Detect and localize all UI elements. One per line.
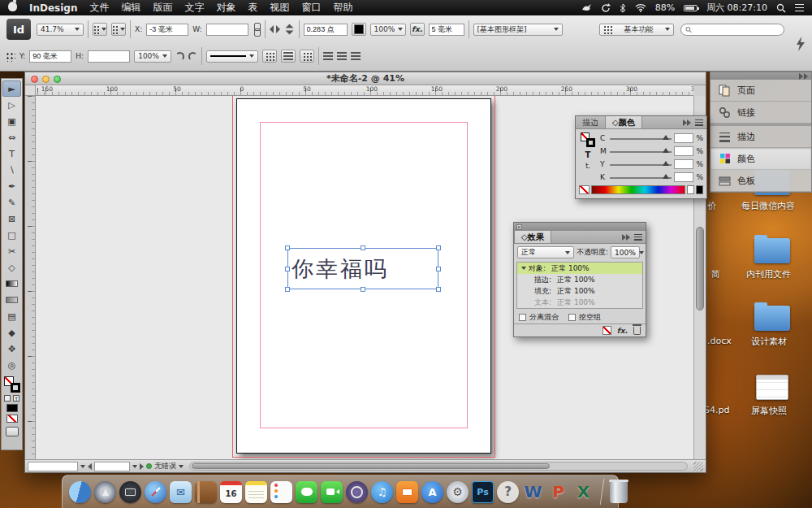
- panel-menu-icon[interactable]: [634, 234, 642, 241]
- menu-layout[interactable]: 版面: [153, 1, 173, 15]
- selection-tool[interactable]: ►: [2, 80, 21, 97]
- dock-item-color[interactable]: 颜色: [710, 148, 811, 170]
- close-button[interactable]: [31, 76, 38, 83]
- bluetooth-icon[interactable]: [620, 3, 626, 13]
- target-row-text[interactable]: 文本: 正常 100%: [517, 297, 642, 308]
- tab-color[interactable]: ◇颜色: [605, 116, 642, 128]
- frame-handle[interactable]: [285, 287, 290, 292]
- channel-value-input[interactable]: [674, 172, 693, 182]
- stroke-swatch-icon[interactable]: [11, 383, 20, 393]
- flip-horizontal-button[interactable]: [270, 25, 280, 33]
- fill-stroke-proxy[interactable]: [4, 376, 20, 393]
- notes-icon[interactable]: [245, 481, 267, 503]
- window-titlebar[interactable]: *未命名-2 @ 41%: [25, 72, 706, 85]
- frame-handle[interactable]: [436, 287, 441, 292]
- vertical-ruler[interactable]: [25, 96, 36, 459]
- system-preferences-icon[interactable]: ⚙: [447, 481, 469, 503]
- eyedropper-tool[interactable]: ◆: [2, 324, 21, 341]
- channel-value-input[interactable]: [674, 133, 693, 143]
- ruler-origin-box[interactable]: [25, 85, 36, 96]
- desktop-item-label[interactable]: S4.pd: [704, 405, 729, 415]
- photo-booth-icon[interactable]: [346, 481, 368, 503]
- close-icon[interactable]: [516, 224, 522, 230]
- scissors-tool[interactable]: ✂: [2, 243, 21, 259]
- stroke-color-button[interactable]: [352, 23, 366, 36]
- channel-slider[interactable]: [610, 160, 672, 168]
- white-swatch[interactable]: [687, 185, 694, 194]
- menu-window[interactable]: 窗口: [302, 1, 322, 15]
- wifi-icon[interactable]: [635, 3, 646, 12]
- page-number-input[interactable]: [94, 462, 130, 471]
- app-menu-name[interactable]: InDesign: [29, 2, 78, 14]
- apple-menu-icon[interactable]: [8, 2, 17, 14]
- effects-button[interactable]: fx.: [410, 23, 425, 36]
- corner-radius-input[interactable]: [429, 24, 464, 36]
- fill-stroke-proxy[interactable]: [581, 132, 595, 147]
- desktop-item-label[interactable]: 价: [707, 200, 716, 212]
- tab-stroke[interactable]: 描边: [576, 116, 605, 128]
- h-input[interactable]: [88, 50, 130, 63]
- collapse-panel-icon[interactable]: [622, 234, 630, 241]
- reference-point-proxy[interactable]: [5, 51, 15, 62]
- fx-icon[interactable]: fx.: [617, 327, 628, 335]
- search-input[interactable]: [694, 25, 780, 33]
- type-tool[interactable]: T: [2, 145, 21, 162]
- effects-panel-drag-bar[interactable]: [514, 223, 646, 231]
- dropdown-arrow-icon[interactable]: [179, 465, 184, 468]
- expander-icon[interactable]: [521, 267, 526, 270]
- folder-label[interactable]: 每日微信内容: [741, 200, 795, 212]
- zoom-dropdown[interactable]: 41.7%: [37, 24, 84, 36]
- clear-effects-icon[interactable]: [603, 326, 611, 335]
- x-input[interactable]: [146, 24, 188, 36]
- drop-shadow-button[interactable]: [262, 50, 277, 63]
- menu-type[interactable]: 文字: [185, 1, 205, 15]
- bird-icon[interactable]: [581, 3, 592, 12]
- pencil-tool[interactable]: ✎: [2, 194, 21, 211]
- app-store-icon[interactable]: A: [421, 481, 443, 503]
- gradient-swatch-tool[interactable]: [2, 276, 21, 292]
- trash-icon[interactable]: [610, 481, 628, 503]
- channel-slider[interactable]: [610, 173, 672, 181]
- note-tool[interactable]: ▤: [2, 308, 21, 324]
- itunes-icon[interactable]: ♫: [371, 481, 393, 503]
- workspace-switcher[interactable]: 基本功能: [599, 24, 674, 36]
- trash-icon[interactable]: [633, 327, 641, 335]
- stroke-weight-input[interactable]: [304, 24, 348, 36]
- none-swatch[interactable]: [579, 185, 590, 194]
- frame-handle[interactable]: [361, 245, 365, 250]
- menu-help[interactable]: 帮助: [334, 1, 353, 15]
- desktop-item-label[interactable]: 简: [711, 268, 720, 280]
- notification-center-icon[interactable]: [795, 4, 804, 11]
- ibooks-icon[interactable]: [396, 481, 418, 503]
- mail-icon[interactable]: ✉: [170, 481, 192, 503]
- horizontal-ruler[interactable]: 150 100 50 0 50 100 150 200 250 300 350: [36, 85, 693, 96]
- menu-file[interactable]: 文件: [90, 1, 110, 15]
- apply-none-button[interactable]: [6, 415, 18, 423]
- menubar-clock[interactable]: 周六 08:27:10: [706, 2, 767, 14]
- text-wrap-button[interactable]: [281, 50, 296, 63]
- formatting-text-icon[interactable]: T: [13, 395, 19, 402]
- next-page-button[interactable]: [140, 463, 144, 470]
- menu-table[interactable]: 表: [248, 1, 258, 15]
- w-input[interactable]: [206, 24, 248, 36]
- dock-header[interactable]: [710, 72, 811, 80]
- text-frame[interactable]: 你幸福吗: [287, 248, 438, 289]
- folder-label[interactable]: 内刊用文件: [746, 268, 791, 280]
- dock-item-swatches[interactable]: 色板: [710, 170, 811, 192]
- page-tool[interactable]: ▣: [2, 113, 21, 129]
- scale-dropdown[interactable]: 100%: [134, 50, 171, 63]
- safari-icon[interactable]: [145, 481, 166, 503]
- status-zoom-input[interactable]: [28, 462, 78, 471]
- frame-handle[interactable]: [436, 267, 441, 271]
- search-box[interactable]: [680, 24, 784, 36]
- missing-app-icon[interactable]: ?: [497, 481, 519, 503]
- channel-value-input[interactable]: [674, 159, 693, 169]
- screen-mode-button[interactable]: [111, 23, 126, 36]
- target-row-fill[interactable]: 填充: 正常 100%: [517, 285, 642, 297]
- y-input[interactable]: [29, 50, 71, 63]
- text-color-proxy-icon[interactable]: T: [585, 150, 591, 159]
- photoshop-icon[interactable]: Ps: [472, 481, 494, 503]
- dropdown-arrow-icon[interactable]: [132, 465, 137, 468]
- channel-slider[interactable]: [610, 147, 672, 155]
- excel-icon[interactable]: X: [572, 481, 594, 503]
